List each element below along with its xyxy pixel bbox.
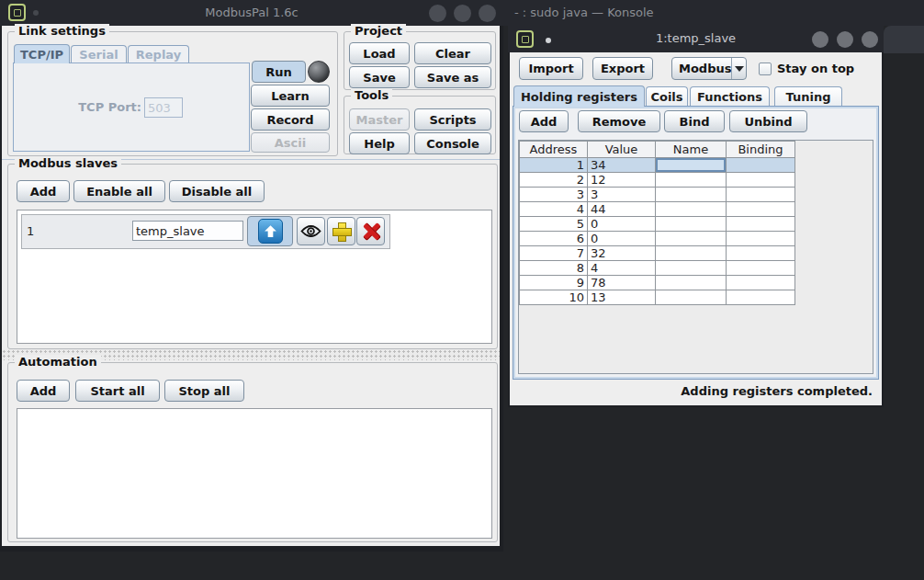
slave-name-input[interactable]	[132, 221, 243, 241]
window-control-button[interactable]	[812, 31, 828, 48]
cell-value[interactable]: 34	[588, 158, 656, 173]
cell-value[interactable]: 32	[588, 246, 656, 261]
export-button[interactable]: Export	[592, 57, 653, 80]
window-control-button[interactable]	[479, 5, 496, 22]
automation-add-button[interactable]: Add	[17, 380, 70, 402]
cell-value[interactable]: 12	[588, 173, 656, 188]
cell-value[interactable]: 44	[588, 202, 656, 217]
slave-enabled-toggle[interactable]	[247, 216, 293, 246]
table-row[interactable]: 732	[520, 246, 795, 261]
column-header-address[interactable]: Address	[520, 142, 588, 158]
learn-button[interactable]: Learn	[251, 85, 330, 107]
tab-holding-registers[interactable]: Holding registers	[513, 85, 645, 107]
window-control-button[interactable]	[454, 5, 471, 22]
cell-binding[interactable]	[727, 290, 795, 305]
cell-value[interactable]: 4	[588, 261, 656, 276]
stop-all-button[interactable]: Stop all	[164, 380, 244, 402]
tab-coils[interactable]: Coils	[646, 86, 688, 107]
clear-button[interactable]: Clear	[414, 42, 491, 64]
cell-name[interactable]	[656, 158, 727, 173]
table-row[interactable]: 1013	[520, 290, 795, 305]
save-as-button[interactable]: Save as	[414, 66, 491, 88]
save-button[interactable]: Save	[349, 66, 410, 88]
cell-name[interactable]	[656, 232, 727, 246]
cell-address[interactable]: 2	[520, 173, 588, 188]
cell-value[interactable]: 3	[588, 188, 656, 202]
registers-scrollpane[interactable]: Address Value Name Binding 1342123344450…	[518, 140, 873, 374]
run-button[interactable]: Run	[252, 61, 306, 83]
cell-binding[interactable]	[727, 246, 795, 261]
cell-binding[interactable]	[727, 261, 795, 276]
cell-name[interactable]	[656, 188, 727, 202]
window-control-button[interactable]	[429, 5, 446, 22]
cell-value[interactable]: 78	[588, 276, 656, 290]
tab-functions[interactable]: Functions	[690, 86, 770, 107]
register-unbind-button[interactable]: Unbind	[729, 110, 807, 132]
ascii-button[interactable]: Ascii	[251, 132, 330, 153]
cell-address[interactable]: 10	[520, 290, 588, 305]
cell-binding[interactable]	[727, 188, 795, 202]
table-row[interactable]: 84	[520, 261, 795, 276]
cell-address[interactable]: 4	[520, 202, 588, 217]
register-remove-button[interactable]: Remove	[578, 110, 660, 132]
cell-binding[interactable]	[727, 276, 795, 290]
cell-binding[interactable]	[727, 217, 795, 232]
table-row[interactable]: 978	[520, 276, 795, 290]
column-header-value[interactable]: Value	[588, 142, 656, 158]
cell-name[interactable]	[656, 246, 727, 261]
tab-tcpip[interactable]: TCP/IP	[14, 44, 70, 63]
cell-binding[interactable]	[727, 158, 795, 173]
cell-value[interactable]: 0	[588, 232, 656, 246]
cell-name[interactable]	[656, 217, 727, 232]
column-header-name[interactable]: Name	[656, 142, 727, 158]
cell-name[interactable]	[656, 276, 727, 290]
cell-address[interactable]: 7	[520, 246, 588, 261]
load-button[interactable]: Load	[349, 42, 410, 64]
start-all-button[interactable]: Start all	[75, 380, 160, 402]
table-row[interactable]: 212	[520, 173, 795, 188]
window-control-button[interactable]	[837, 31, 853, 48]
cell-value[interactable]: 13	[588, 290, 656, 305]
tcp-port-input[interactable]	[144, 97, 183, 118]
cell-name[interactable]	[656, 173, 727, 188]
mode-combobox[interactable]: Modbus	[671, 57, 747, 80]
cell-address[interactable]: 8	[520, 261, 588, 276]
cell-binding[interactable]	[727, 173, 795, 188]
cell-binding[interactable]	[727, 202, 795, 217]
cell-address[interactable]: 6	[520, 232, 588, 246]
register-add-button[interactable]: Add	[519, 110, 569, 132]
table-row[interactable]: 134	[520, 158, 795, 173]
cell-address[interactable]: 1	[520, 158, 588, 173]
import-button[interactable]: Import	[519, 57, 583, 80]
register-bind-button[interactable]: Bind	[664, 110, 725, 132]
slave-add-button[interactable]: Add	[17, 180, 70, 202]
cell-address[interactable]: 3	[520, 188, 588, 202]
disable-all-button[interactable]: Disable all	[169, 180, 265, 202]
help-button[interactable]: Help	[349, 132, 410, 154]
delete-slave-button[interactable]	[356, 217, 385, 245]
enable-all-button[interactable]: Enable all	[73, 180, 165, 202]
cell-address[interactable]: 5	[520, 217, 588, 232]
record-button[interactable]: Record	[251, 108, 330, 131]
table-row[interactable]: 33	[520, 188, 795, 202]
tab-replay[interactable]: Replay	[128, 45, 189, 63]
table-row[interactable]: 50	[520, 217, 795, 232]
add-automation-button[interactable]	[327, 217, 355, 245]
scripts-button[interactable]: Scripts	[414, 108, 491, 131]
table-row[interactable]: 444	[520, 202, 795, 217]
table-row[interactable]: 60	[520, 232, 795, 246]
master-button[interactable]: Master	[349, 108, 410, 131]
cell-name[interactable]	[656, 261, 727, 276]
cell-value[interactable]: 0	[588, 217, 656, 232]
window-control-button[interactable]	[862, 31, 878, 48]
cell-name[interactable]	[656, 290, 727, 305]
stay-on-top-checkbox[interactable]	[759, 63, 772, 75]
tab-serial[interactable]: Serial	[71, 45, 127, 63]
cell-address[interactable]: 9	[520, 276, 588, 290]
column-header-binding[interactable]: Binding	[727, 142, 795, 158]
console-button[interactable]: Console	[414, 132, 491, 154]
view-slave-button[interactable]	[297, 217, 325, 245]
cell-name[interactable]	[656, 202, 727, 217]
cell-binding[interactable]	[727, 232, 795, 246]
tab-tuning[interactable]: Tuning	[774, 86, 842, 107]
